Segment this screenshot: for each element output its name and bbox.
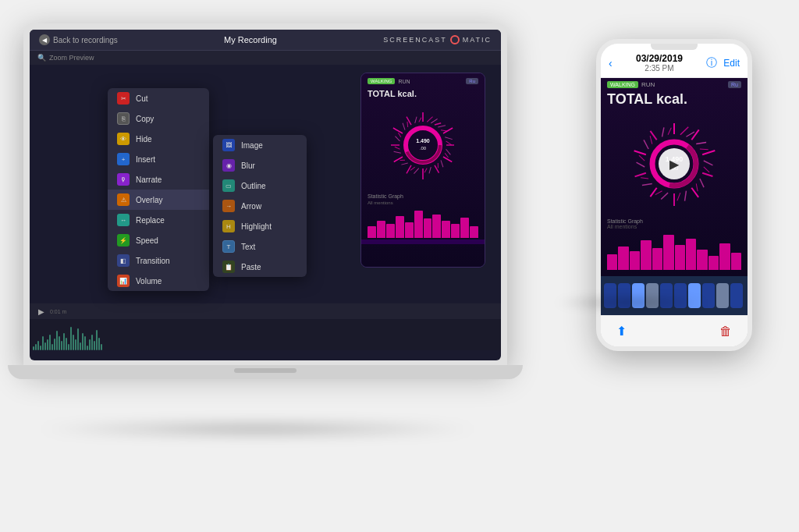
phone-chart-area: 1.490 .00 ▶ (601, 109, 748, 218)
svg-text:.00: .00 (420, 146, 427, 151)
phone-date: 03/29/2019 (636, 53, 683, 64)
svg-line-56 (661, 192, 668, 200)
svg-line-11 (444, 153, 449, 158)
menu-item-replace[interactable]: ↔ Replace (108, 210, 209, 230)
menu-item-highlight[interactable]: H Highlight (213, 216, 307, 236)
svg-line-22 (401, 161, 407, 168)
svg-line-69 (666, 128, 673, 135)
svg-line-26 (395, 146, 400, 150)
ph-bar (719, 243, 730, 270)
ph-bar (675, 245, 685, 270)
svg-line-2 (431, 117, 437, 125)
phone-date-area: 03/29/2019 2:35 PM (636, 53, 683, 73)
phone-info-button[interactable]: ⓘ (706, 56, 717, 70)
menu-item-overlay[interactable]: ⚠ Overlay (108, 190, 209, 210)
screen-toolbar: 🔍 Zoom Preview (30, 51, 501, 65)
svg-line-57 (655, 189, 662, 197)
phone-share-button[interactable]: ⬆ (616, 324, 627, 339)
overlay-label: Overlay (136, 196, 162, 204)
volume-label: Volume (136, 277, 162, 286)
phone-back-button[interactable]: ‹ (609, 57, 613, 69)
t-bar (42, 336, 44, 350)
zoom-label: Zoom Preview (49, 54, 94, 62)
svg-line-3 (435, 121, 441, 127)
phone: ‹ 03/29/2019 2:35 PM ⓘ Edit WALKING RUN … (596, 39, 752, 351)
bar-2 (377, 221, 385, 238)
narrate-icon: 🎙 (117, 173, 130, 186)
svg-line-64 (634, 151, 646, 154)
phone-bottom-bar: ⬆ 🗑 (601, 315, 748, 346)
phone-shadow (553, 295, 709, 310)
laptop-base (8, 365, 523, 379)
svg-line-21 (407, 165, 411, 173)
menu-item-volume[interactable]: 📊 Volume (108, 271, 209, 291)
ph-bar (641, 240, 651, 270)
t-bar (49, 335, 51, 350)
menu-item-blur[interactable]: ◉ Blur (213, 155, 307, 176)
outline-icon: ▭ (222, 179, 235, 192)
logo-circle (450, 35, 460, 44)
fitness-total: TOTAL kcal. (361, 89, 485, 98)
fitness-preview: WALKING RUN Ru TOTAL kcal. (360, 73, 485, 268)
menu-item-text[interactable]: T Text (213, 236, 307, 257)
phone-actions: ⓘ Edit (706, 56, 740, 70)
fitness-mode-tag: Ru (466, 78, 478, 84)
transition-icon: ◧ (117, 254, 130, 267)
speed-label: Speed (136, 236, 158, 245)
menu-item-hide[interactable]: 👁 Hide (108, 129, 209, 149)
ph-bar (663, 235, 673, 270)
phone-mode-tag: Ru (728, 81, 741, 88)
menu-item-arrow[interactable]: → Arrow (213, 196, 307, 216)
t-bar (91, 335, 93, 350)
image-label: Image (241, 141, 263, 150)
hide-icon: 👁 (117, 133, 130, 145)
run-tag: RUN (398, 79, 410, 84)
t-bar (70, 327, 72, 350)
phone-delete-button[interactable]: 🗑 (719, 325, 732, 339)
bar-5 (405, 222, 414, 238)
play-button[interactable]: ▶ (36, 306, 47, 317)
svg-line-68 (659, 127, 666, 137)
svg-line-61 (635, 173, 646, 177)
svg-line-7 (445, 135, 453, 141)
menu-item-insert[interactable]: + Insert (108, 149, 209, 169)
phone-total: TOTAL kcal. (601, 91, 748, 109)
menu-item-outline[interactable]: ▭ Outline (213, 176, 307, 196)
svg-line-17 (424, 168, 428, 173)
phone-edit-button[interactable]: Edit (723, 58, 740, 69)
cut-icon: ✂ (117, 92, 130, 105)
phone-walking-tag: WALKING (607, 81, 638, 88)
svg-line-43 (691, 129, 698, 140)
bar-9 (442, 221, 450, 238)
menu-item-speed[interactable]: ⚡ Speed (108, 230, 209, 250)
menu-item-narrate[interactable]: 🎙 Narrate (108, 169, 209, 190)
svg-line-25 (394, 150, 401, 155)
svg-line-63 (638, 155, 645, 161)
menu-item-image[interactable]: 🖼 Image (213, 135, 307, 155)
menu-item-copy[interactable]: ⎘ Copy (108, 108, 209, 129)
svg-line-1 (427, 116, 432, 123)
walking-tag: WALKING (368, 78, 395, 84)
t-bar (80, 342, 81, 350)
svg-line-48 (703, 167, 710, 172)
svg-line-54 (676, 193, 682, 200)
bottom-toolbar: ▶ 0:01 m Tools ▾ + Text (30, 303, 501, 350)
back-to-recordings-button[interactable]: ◀ Back to recordings (39, 34, 118, 45)
menu-item-transition[interactable]: ◧ Transition (108, 250, 209, 271)
svg-line-10 (446, 149, 452, 154)
menu-item-cut[interactable]: ✂ Cut (108, 88, 209, 108)
svg-line-13 (439, 160, 446, 167)
secondary-menu: 🖼 Image ◉ Blur ▭ Outline → (213, 135, 307, 277)
phone-bars (601, 231, 748, 270)
laptop-shadow (31, 421, 484, 437)
t-bar (37, 341, 39, 350)
phone-play-button[interactable]: ▶ (659, 148, 690, 179)
menu-item-paste[interactable]: 📋 Paste (213, 257, 307, 277)
t-bar (75, 339, 76, 350)
svg-line-44 (696, 138, 706, 148)
highlight-icon: H (222, 220, 235, 232)
paste-label: Paste (241, 263, 261, 271)
bar-4 (396, 216, 404, 238)
image-icon: 🖼 (222, 139, 235, 151)
stat-sub-label: All mentions (361, 200, 485, 207)
